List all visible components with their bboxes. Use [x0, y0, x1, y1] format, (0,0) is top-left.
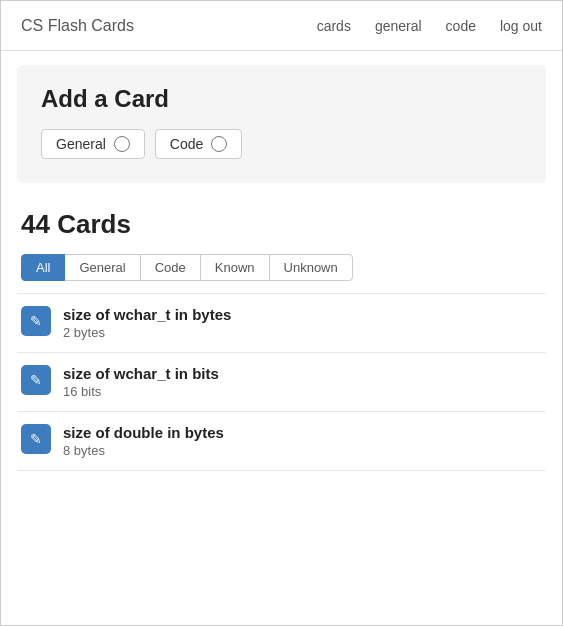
pencil-icon: ✎ — [30, 431, 42, 447]
list-item: ✎size of wchar_t in bytes2 bytes — [17, 293, 546, 353]
list-item: ✎size of wchar_t in bits16 bits — [17, 353, 546, 412]
tab-known[interactable]: Known — [200, 254, 270, 281]
edit-card-button[interactable]: ✎ — [21, 365, 51, 395]
cards-count-section: 44 Cards — [1, 197, 562, 246]
card-content: size of wchar_t in bytes2 bytes — [63, 306, 231, 340]
edit-card-button[interactable]: ✎ — [21, 306, 51, 336]
card-subtitle: 8 bytes — [63, 443, 224, 458]
filter-tabs: All General Code Known Unknown — [1, 246, 562, 293]
radio-code[interactable]: Code — [155, 129, 242, 159]
navbar-brand: CS Flash Cards — [21, 17, 317, 35]
radio-code-label: Code — [170, 136, 203, 152]
card-content: size of double in bytes8 bytes — [63, 424, 224, 458]
card-list: ✎size of wchar_t in bytes2 bytes✎size of… — [1, 293, 562, 471]
add-card-section: Add a Card General Code — [17, 65, 546, 183]
radio-general[interactable]: General — [41, 129, 145, 159]
tab-unknown[interactable]: Unknown — [269, 254, 353, 281]
pencil-icon: ✎ — [30, 372, 42, 388]
card-title: size of double in bytes — [63, 424, 224, 441]
navbar: CS Flash Cards cards general code log ou… — [1, 1, 562, 51]
navbar-links: cards general code log out — [317, 18, 542, 34]
card-subtitle: 16 bits — [63, 384, 219, 399]
card-title: size of wchar_t in bits — [63, 365, 219, 382]
tab-all[interactable]: All — [21, 254, 65, 281]
radio-general-label: General — [56, 136, 106, 152]
tab-general[interactable]: General — [64, 254, 140, 281]
radio-group: General Code — [41, 129, 522, 159]
list-item: ✎size of double in bytes8 bytes — [17, 412, 546, 471]
card-content: size of wchar_t in bits16 bits — [63, 365, 219, 399]
nav-link-general[interactable]: general — [375, 18, 422, 34]
card-subtitle: 2 bytes — [63, 325, 231, 340]
radio-code-input[interactable] — [211, 136, 227, 152]
nav-link-cards[interactable]: cards — [317, 18, 351, 34]
radio-general-input[interactable] — [114, 136, 130, 152]
tab-code[interactable]: Code — [140, 254, 201, 281]
nav-link-logout[interactable]: log out — [500, 18, 542, 34]
cards-count: 44 Cards — [21, 209, 542, 240]
edit-card-button[interactable]: ✎ — [21, 424, 51, 454]
card-title: size of wchar_t in bytes — [63, 306, 231, 323]
pencil-icon: ✎ — [30, 313, 42, 329]
add-card-title: Add a Card — [41, 85, 522, 113]
nav-link-code[interactable]: code — [446, 18, 476, 34]
